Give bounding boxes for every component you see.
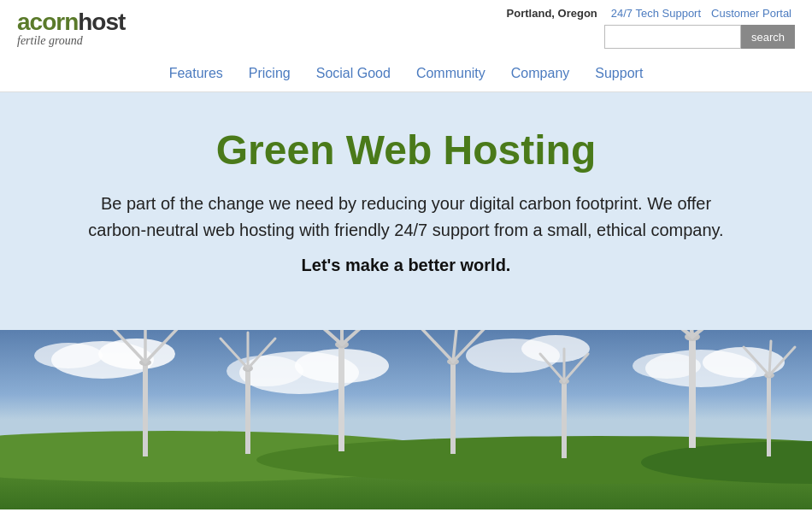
wind-farm-image [0,330,812,509]
nav-company[interactable]: Company [511,66,569,81]
svg-line-50 [769,341,771,375]
hero-body: Be part of the change we need by reducin… [73,191,739,244]
nav-bar: Features Pricing Social Good Community C… [0,56,812,91]
svg-point-7 [34,343,103,368]
svg-rect-16 [143,362,148,456]
top-links: Portland, Oregon 24/7 Tech Support Custo… [507,7,795,20]
svg-rect-21 [245,368,250,454]
search-area: search [604,25,795,49]
svg-point-10 [227,356,303,386]
nav-pricing[interactable]: Pricing [249,66,291,81]
svg-rect-26 [338,344,344,451]
wind-farm-svg [0,330,812,509]
svg-rect-36 [562,381,567,458]
location-text: Portland, Oregon [507,7,597,20]
nav-support[interactable]: Support [595,66,643,81]
header: acornhost fertile ground Portland, Orego… [0,0,812,92]
logo-area: acornhost fertile ground [17,9,125,48]
nav-social-good[interactable]: Social Good [316,66,391,81]
hero-tagline: Let's make a better world. [73,252,739,279]
hero-section: Green Web Hosting Be part of the change … [0,92,812,330]
svg-rect-46 [767,375,771,456]
hero-heading: Green Web Hosting [51,127,761,174]
logo-tagline: fertile ground [17,34,83,48]
svg-rect-41 [689,337,696,448]
search-button[interactable]: search [741,25,795,49]
customer-portal-link[interactable]: Customer Portal [711,7,791,20]
svg-rect-31 [450,362,456,454]
top-bar: acornhost fertile ground Portland, Orego… [0,0,812,56]
search-input[interactable] [604,25,741,49]
nav-community[interactable]: Community [416,66,485,81]
logo-acorn: acorn [17,9,78,35]
top-right: Portland, Oregon 24/7 Tech Support Custo… [507,7,795,49]
logo: acornhost [17,9,125,36]
logo-host: host [78,9,125,35]
tech-support-link[interactable]: 24/7 Tech Support [611,7,701,20]
nav-features[interactable]: Features [169,66,223,81]
svg-point-12 [521,335,590,362]
